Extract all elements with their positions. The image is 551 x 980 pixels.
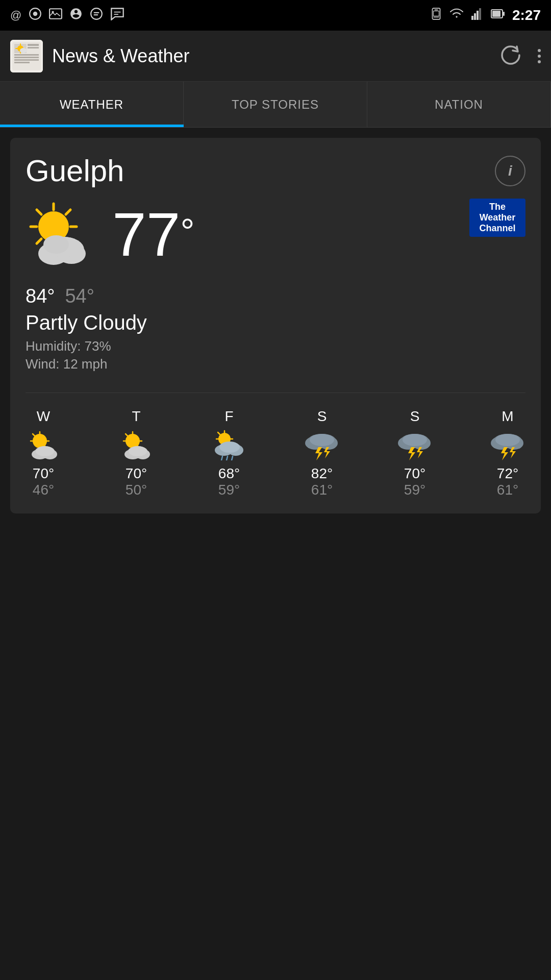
forecast-temps-0: 70° 46° (33, 465, 54, 498)
forecast-icon-5 (490, 430, 525, 460)
city-header: Guelph i (26, 153, 525, 188)
svg-line-71 (232, 456, 233, 460)
forecast-low-2: 59° (218, 482, 240, 498)
app-bar-left: News & Weather (10, 40, 189, 72)
forecast-high-0: 70° (33, 465, 54, 482)
forecast-row: W (26, 408, 525, 498)
app-logo (10, 40, 43, 72)
svg-line-29 (37, 210, 41, 214)
forecast-low-0: 46° (33, 482, 54, 498)
forecast-low-1: 50° (126, 482, 147, 498)
svg-line-69 (221, 456, 222, 460)
temperature-section: 77 ° (112, 204, 194, 265)
svg-rect-12 (492, 11, 500, 17)
tab-bar: WEATHER TOP STORIES NATION (0, 82, 551, 128)
status-icons-left: @ (10, 7, 124, 23)
svg-line-70 (227, 456, 228, 460)
app-bar-actions (499, 43, 541, 69)
svg-rect-6 (471, 16, 473, 20)
degree-symbol: ° (180, 211, 194, 252)
svg-rect-17 (28, 47, 39, 48)
forecast-high-3: 82° (311, 465, 333, 482)
forecast-icon-4 (397, 430, 433, 460)
main-content: Guelph i (0, 128, 551, 534)
temp-high: 84° (26, 285, 55, 307)
status-time: 2:27 (512, 7, 541, 23)
tab-nation[interactable]: NATION (367, 82, 551, 127)
forecast-temps-1: 70° 50° (126, 465, 147, 498)
forecast-temps-2: 68° 59° (218, 465, 240, 498)
tab-top-stories[interactable]: TOP STORIES (184, 82, 367, 127)
svg-line-32 (37, 239, 41, 243)
app-bar: News & Weather (0, 31, 551, 82)
forecast-high-2: 68° (218, 465, 240, 482)
tab-active-indicator (0, 125, 184, 127)
svg-rect-21 (14, 62, 30, 63)
forecast-icon-3 (304, 430, 340, 460)
current-weather: 77 ° The Weather Channel (26, 199, 525, 270)
at-icon: @ (10, 9, 21, 22)
high-low-temps: 84° 54° (26, 285, 525, 307)
svg-line-54 (126, 434, 128, 436)
forecast-high-4: 70° (404, 465, 425, 482)
svg-point-75 (310, 434, 334, 446)
svg-point-59 (129, 446, 147, 456)
forecast-day-label-5: M (502, 408, 513, 425)
svg-point-83 (495, 434, 520, 446)
status-icons-right: 2:27 (431, 7, 541, 23)
svg-rect-19 (14, 57, 39, 58)
chat-icon (110, 7, 124, 23)
forecast-temps-4: 70° 59° (404, 465, 425, 498)
battery-icon (491, 8, 505, 23)
more-options-button[interactable] (538, 49, 541, 63)
forecast-day-1: T (118, 408, 154, 498)
svg-point-37 (43, 235, 69, 254)
temperature-value: 77 (112, 204, 180, 265)
steam-icon1 (29, 7, 42, 23)
forecast-day-label-1: T (132, 408, 140, 425)
forecast-day-label-4: S (410, 408, 420, 425)
svg-line-43 (33, 434, 35, 436)
weather-condition: Partly Cloudy (26, 311, 525, 334)
svg-rect-9 (479, 8, 481, 20)
svg-rect-7 (474, 13, 476, 20)
svg-rect-11 (503, 12, 505, 16)
svg-point-79 (403, 434, 427, 446)
forecast-low-3: 61° (311, 482, 333, 498)
forecast-day-4: S 70° 59° (397, 408, 433, 498)
forecast-icon-0 (26, 430, 61, 460)
svg-rect-20 (14, 59, 39, 61)
steam-icon2 (69, 7, 83, 23)
forecast-day-label-0: W (37, 408, 50, 425)
image-icon (49, 8, 62, 22)
weather-card: Guelph i (10, 138, 541, 513)
humidity-value: Humidity: 73% (26, 338, 525, 354)
forecast-day-2: F (211, 408, 247, 498)
forecast-day-3: S 82° 61° (304, 408, 340, 498)
temp-low: 54° (65, 285, 94, 307)
svg-rect-16 (28, 44, 39, 46)
steam-icon3 (90, 7, 103, 23)
info-button[interactable]: i (495, 156, 525, 186)
wind-value: Wind: 12 mph (26, 356, 525, 372)
refresh-button[interactable] (499, 43, 522, 69)
forecast-day-label-3: S (317, 408, 327, 425)
tab-weather[interactable]: WEATHER (0, 82, 184, 127)
current-weather-icon (26, 199, 97, 270)
wifi-icon (449, 8, 464, 23)
weather-channel-line1: The (479, 202, 515, 212)
svg-line-64 (218, 432, 220, 434)
svg-point-1 (33, 12, 38, 16)
status-bar: @ (0, 0, 551, 31)
svg-line-31 (66, 210, 70, 214)
svg-point-23 (20, 48, 27, 53)
signal-icon (471, 8, 484, 23)
forecast-icon-1 (118, 430, 154, 460)
weather-channel-line3: Channel (479, 223, 515, 234)
phone-icon (431, 7, 442, 23)
forecast-day-0: W (26, 408, 61, 498)
forecast-high-1: 70° (126, 465, 147, 482)
forecast-divider (26, 393, 525, 393)
svg-rect-8 (477, 11, 479, 20)
svg-point-48 (36, 446, 54, 456)
